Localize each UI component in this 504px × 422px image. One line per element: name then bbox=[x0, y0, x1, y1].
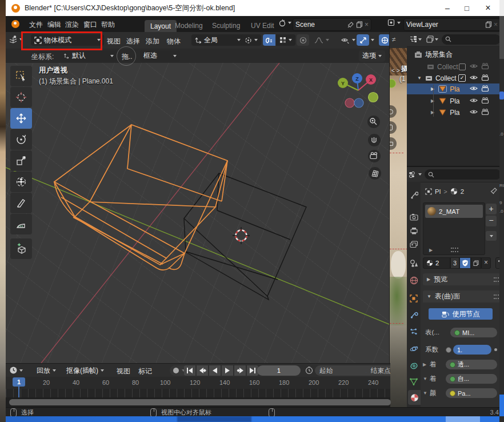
workspace-tab-modeling[interactable]: Modeling bbox=[175, 22, 203, 30]
breadcrumb-material-name[interactable]: 2 bbox=[461, 188, 464, 195]
select-mode-dropdown[interactable]: 框选 bbox=[140, 50, 180, 62]
prev-keyframe-button[interactable] bbox=[197, 365, 208, 376]
viewlayer-field[interactable]: ViewLayer × bbox=[403, 18, 501, 31]
close-button[interactable]: × bbox=[477, 3, 499, 13]
tool-annotate[interactable] bbox=[10, 193, 32, 213]
maximize-button[interactable]: □ bbox=[457, 4, 477, 13]
jump-end-button[interactable] bbox=[247, 365, 258, 376]
gizmo-x-neg[interactable] bbox=[345, 98, 354, 108]
current-frame-field[interactable]: 1 bbox=[257, 365, 301, 376]
panel-grip[interactable] bbox=[494, 277, 499, 282]
list-resize-grip[interactable] bbox=[451, 248, 458, 252]
hide-eye-icon[interactable] bbox=[470, 97, 478, 103]
coord-system-dropdown[interactable]: 默认 bbox=[60, 50, 117, 62]
viewport-canvas[interactable]: Z X Y 用户透视 (1) 场景集合 | Plane.001 bbox=[6, 63, 389, 363]
hide-eye-icon[interactable] bbox=[470, 109, 478, 115]
menu-help[interactable]: 帮助 bbox=[101, 20, 115, 30]
render-camera-icon[interactable] bbox=[481, 74, 489, 81]
pin-icon[interactable] bbox=[490, 188, 497, 194]
viewport-nav-buttons[interactable] bbox=[367, 116, 381, 180]
timeline-editor-dropdown[interactable] bbox=[9, 366, 23, 375]
tab-render[interactable] bbox=[409, 212, 419, 222]
zoom-button[interactable] bbox=[367, 116, 380, 128]
panel-surface-header[interactable]: ▼ 表(曲)面 bbox=[423, 290, 499, 302]
breadcrumb-object-name[interactable]: Pl bbox=[435, 188, 441, 195]
workspace-tab-uvedit[interactable]: UV Edit bbox=[251, 22, 274, 30]
row-expand-icon[interactable]: ▼ bbox=[423, 376, 430, 381]
timeline-view-menu[interactable]: 视图 bbox=[117, 367, 130, 376]
tab-modifiers[interactable] bbox=[409, 309, 419, 320]
workspace-tab-sculpting[interactable]: Sculpting bbox=[212, 22, 240, 30]
outliner-collection-active[interactable]: ▼ Collect ✓ bbox=[407, 73, 499, 83]
wireframe-box-black[interactable] bbox=[184, 173, 306, 300]
proportional-edit-toggle[interactable] bbox=[297, 34, 309, 46]
menu-viewport-add[interactable]: 添加 bbox=[146, 37, 159, 46]
tab-material-active[interactable] bbox=[408, 390, 421, 405]
color-dropdown[interactable]: Pa... bbox=[446, 388, 497, 398]
timeline-markers-menu[interactable]: 标记 bbox=[138, 367, 152, 376]
playback-menu[interactable]: 回放 bbox=[33, 365, 59, 376]
shader-dropdown[interactable]: 自... bbox=[446, 374, 497, 384]
properties-search-field[interactable] bbox=[425, 169, 499, 180]
material-name-field[interactable]: 2 bbox=[435, 260, 447, 266]
users-count-button[interactable]: 3 bbox=[450, 257, 459, 269]
tool-add-primitive[interactable] bbox=[10, 238, 32, 259]
material-browse[interactable]: 2 bbox=[423, 257, 450, 269]
expand-arrow-icon[interactable]: ▼ bbox=[417, 75, 422, 81]
tab-physics[interactable] bbox=[409, 344, 419, 354]
scene-field[interactable]: Scene × bbox=[293, 18, 371, 31]
tab-particles[interactable] bbox=[409, 327, 419, 337]
slot-expand-arrow[interactable]: ▶ bbox=[429, 248, 433, 253]
strip-corner-left[interactable]: < bbox=[391, 67, 395, 74]
menu-viewport-select[interactable]: 选择 bbox=[126, 37, 140, 46]
copy-material-button[interactable] bbox=[471, 257, 481, 269]
scene-browse-dropdown[interactable] bbox=[278, 19, 291, 27]
snap-settings-dropdown[interactable] bbox=[276, 34, 295, 46]
outliner-object-pla-selected[interactable]: ▶ Pla bbox=[407, 83, 499, 94]
tab-output[interactable] bbox=[409, 225, 419, 236]
gizmo-z-neg[interactable] bbox=[354, 98, 363, 108]
workspace-tab-layout[interactable]: Layout bbox=[145, 20, 177, 32]
overlays-toggle[interactable] bbox=[379, 34, 390, 46]
viewlayer-remove-icon[interactable]: × bbox=[494, 21, 498, 29]
tool-rotate[interactable] bbox=[10, 129, 32, 150]
surface-shader-dropdown[interactable]: MI... bbox=[450, 328, 497, 337]
timeline-scrollbar[interactable] bbox=[9, 399, 391, 405]
scene-unlink-icon[interactable]: × bbox=[365, 21, 369, 29]
slot-add-button[interactable]: + bbox=[486, 204, 497, 214]
snap-toggle[interactable] bbox=[263, 34, 275, 46]
tool-scale[interactable] bbox=[10, 150, 32, 171]
row-expand-icon[interactable]: ▶ bbox=[423, 362, 430, 367]
render-camera-icon[interactable] bbox=[481, 63, 489, 69]
factor-value-field[interactable]: 1. bbox=[453, 345, 491, 355]
shader-dropdown[interactable]: 透... bbox=[446, 360, 497, 369]
camera-view-button[interactable] bbox=[368, 150, 381, 162]
row-expand-icon[interactable]: ▼ bbox=[423, 391, 430, 396]
tab-tool[interactable] bbox=[409, 190, 419, 200]
exclude-checkbox-unchecked[interactable] bbox=[459, 63, 466, 70]
timeline-ruler[interactable]: 20 40 60 80 100 120 140 160 180 200 220 … bbox=[6, 377, 390, 397]
breadcrumb-object-icon[interactable] bbox=[425, 188, 432, 195]
slot-remove-button[interactable]: − bbox=[486, 216, 497, 226]
copy-viewlayer-icon[interactable] bbox=[485, 21, 492, 28]
minimize-button[interactable]: – bbox=[438, 3, 457, 13]
render-camera-icon[interactable] bbox=[481, 97, 489, 103]
hide-eye-icon[interactable] bbox=[470, 74, 478, 81]
panel-grip[interactable] bbox=[494, 294, 499, 299]
tab-object[interactable] bbox=[409, 293, 419, 304]
tool-move[interactable] bbox=[10, 108, 32, 129]
menu-window[interactable]: 窗口 bbox=[83, 20, 97, 30]
exclude-checkbox-checked[interactable]: ✓ bbox=[458, 74, 466, 82]
next-keyframe-button[interactable] bbox=[234, 365, 246, 376]
panel-preview-header[interactable]: ▶ 预览 bbox=[423, 273, 499, 285]
blender-menu-logo-icon[interactable] bbox=[11, 20, 19, 28]
tab-constraints[interactable] bbox=[409, 361, 419, 371]
hide-eye-icon[interactable] bbox=[470, 85, 478, 91]
tab-world[interactable] bbox=[409, 275, 419, 285]
tool-measure[interactable] bbox=[10, 214, 32, 234]
end-frame-field[interactable]: 结束点 2 bbox=[366, 365, 390, 376]
properties-editor-dropdown[interactable] bbox=[409, 171, 422, 178]
jump-start-button[interactable] bbox=[184, 365, 195, 376]
menu-file[interactable]: 文件 bbox=[29, 20, 43, 30]
tab-scene[interactable] bbox=[409, 258, 419, 268]
